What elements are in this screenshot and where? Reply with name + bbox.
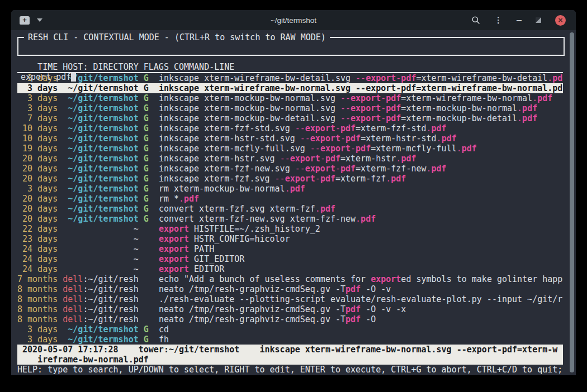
table-row[interactable]: 10 days ~/git/termshot G inkscape xterm-… [17,123,563,133]
close-button[interactable]: × [555,15,566,26]
table-row[interactable]: 8 months dell:~/git/resh ./resh-evaluate… [17,294,563,304]
table-row[interactable]: 20 days ~/git/termshot G rm *.pdf [17,194,563,204]
detail-line: ireframe-bw-normal.pdf [17,355,563,365]
table-row[interactable]: 8 months dell:~/git/resh neato /tmp/resh… [17,284,563,294]
search-icon[interactable] [471,16,480,25]
mode-title: RESH CLI - CONTEXTUAL MODE - (CTRL+R to … [24,32,330,42]
table-row[interactable]: 20 days ~/git/termshot G inkscape xterm-… [17,164,563,174]
terminal-window: + ~/git/termshot ⋮ – × RESH CLI - CONTEX… [11,10,576,375]
table-row[interactable]: 20 days ~/git/termshot G inkscape xterm-… [17,174,563,184]
table-row[interactable]: 20 days ~/git/termshot G convert xterm-f… [17,204,563,214]
table-row[interactable]: 8 months dell:~/git/resh neato /tmp/resh… [17,314,563,324]
history-table: TIME HOST: DIRECTORY FLAGS COMMAND-LINE … [17,62,563,375]
table-row[interactable]: 3 days ~/git/termshot G rm xterm-mockup-… [17,184,563,194]
detail-line: 2020-05-07 17:17:28 tower:~/git/termshot… [17,345,563,355]
search-panel: RESH CLI - CONTEXTUAL MODE - (CTRL+R to … [17,37,565,56]
terminal-content: RESH CLI - CONTEXTUAL MODE - (CTRL+R to … [11,30,576,375]
close-icon: × [557,17,563,23]
table-row[interactable]: 10 days ~/git/termshot G inkscape xterm-… [17,133,563,144]
titlebar: + ~/git/termshot ⋮ – × [11,10,576,30]
text-cursor [71,73,76,82]
chevron-down-icon[interactable] [37,18,42,22]
table-row[interactable]: 19 days ~/git/termshot G inkscape xterm-… [17,144,563,154]
table-row[interactable]: 7 days ~/git/termshot G inkscape xterm-m… [17,113,563,123]
search-query: export pdf [21,72,71,82]
selected-command-detail: 2020-05-07 17:17:28 tower:~/git/termshot… [17,345,563,365]
table-row[interactable]: 22 days ~ export HISTFILE=~/.zsh_history… [17,224,563,234]
table-row[interactable]: 7 months dell:~/git/resh echo "Add a bun… [17,274,563,284]
help-line: HELP: type to search, UP/DOWN to select,… [17,365,563,375]
restore-button[interactable] [536,17,541,23]
scrollbar-thumb[interactable] [570,32,574,372]
table-row[interactable]: 24 days ~ export PATH [17,244,563,254]
table-row[interactable]: 8 months dell:~/git/resh neato /tmp/resh… [17,304,563,314]
history-rows: 3 days ~/git/termshot G inkscape xterm-w… [17,73,563,345]
kebab-menu-icon[interactable]: ⋮ [494,16,503,25]
table-row[interactable]: 24 days ~ export GIT_EDITOR [17,254,563,264]
minimize-button[interactable]: – [517,16,522,25]
table-row[interactable]: 3 days ~/git/termshot G inkscape xterm-m… [17,103,563,113]
new-tab-button[interactable]: + [20,16,30,25]
table-row[interactable]: 20 days ~/git/termshot G convert xterm-f… [17,214,563,224]
table-row[interactable]: 3 days ~/git/termshot G cd [17,324,563,334]
search-input[interactable]: export pdf [21,72,561,82]
table-row[interactable]: 20 days ~/git/termshot G inkscape xterm-… [17,154,563,164]
table-row[interactable]: 23 days ~ export HSTR_CONFIG=hicolor [17,234,563,244]
table-row[interactable]: 24 days ~ export EDITOR [17,264,563,274]
table-row[interactable]: 3 days ~/git/termshot G fh [17,334,563,345]
